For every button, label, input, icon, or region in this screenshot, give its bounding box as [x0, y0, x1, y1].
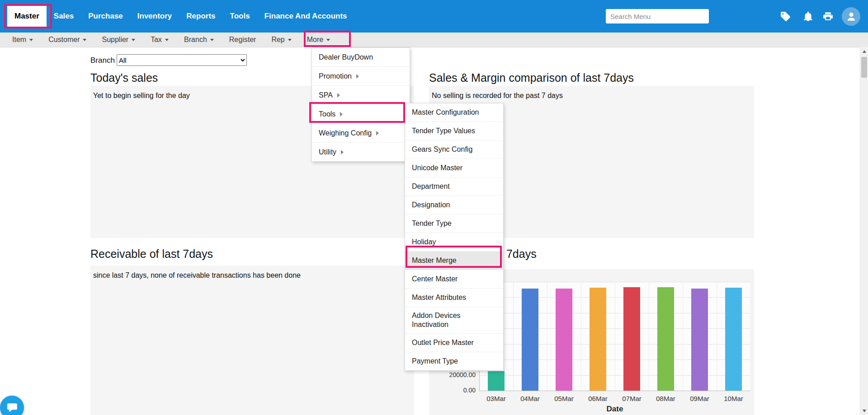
submenu-tender-type-values[interactable]: Tender Type Values — [405, 122, 503, 140]
gridline — [717, 282, 717, 391]
submenu-holiday[interactable]: Holiday — [405, 233, 503, 252]
bar-07Mar — [623, 287, 640, 391]
gridline — [513, 282, 514, 391]
y-axis-tick-label: 0.00 — [435, 387, 476, 394]
nav-finance-and-accounts[interactable]: Finance And Accounts — [257, 6, 354, 27]
more-menu-dealer-buydown[interactable]: Dealer BuyDown — [312, 48, 410, 67]
chevron-right-icon — [341, 150, 346, 154]
gridline — [547, 282, 547, 391]
y-axis-tick-label: 20000.00 — [435, 371, 476, 378]
chevron-down-icon — [83, 39, 86, 43]
x-axis-tick-label: 03Mar — [479, 395, 513, 402]
scrollbar-thumb[interactable] — [861, 57, 867, 78]
submenu-designation[interactable]: Designation — [405, 196, 503, 214]
chat-bubble-icon — [6, 402, 18, 414]
user-avatar[interactable] — [842, 7, 860, 26]
submenu-master-attributes[interactable]: Master Attributes — [405, 289, 503, 307]
sales-margin-title: Sales & Margin comparison of last 7days — [429, 71, 634, 84]
x-axis-tick-label: 05Mar — [547, 395, 581, 402]
submenu-department[interactable]: Department — [405, 177, 503, 196]
branch-select[interactable]: All — [117, 54, 247, 66]
nav-reports[interactable]: Reports — [179, 6, 222, 27]
submenu-gears-sync-config[interactable]: Gears Sync Config — [405, 140, 503, 159]
submenu-addon-devices-inactivation[interactable]: Addon Devices Inactivation — [405, 307, 503, 334]
x-axis-tick-label: 08Mar — [649, 395, 683, 402]
gridline — [615, 282, 615, 391]
main-nav: Master Sales Purchase Inventory Reports … — [0, 0, 868, 33]
bar-05Mar — [556, 289, 572, 391]
more-menu-weighing-config[interactable]: Weighing Config — [312, 124, 410, 143]
chevron-down-icon — [29, 39, 33, 43]
module-menu-bar: Item Customer Supplier Tax Branch Regist… — [0, 33, 868, 47]
tools-submenu: Master Configuration Tender Type Values … — [405, 103, 504, 371]
submenu-master-merge[interactable]: Master Merge — [405, 252, 503, 270]
bar-10Mar — [725, 288, 742, 391]
bar-08Mar — [657, 287, 674, 391]
person-icon — [845, 11, 857, 23]
sales-margin-message: No selling is recorded for the past 7 da… — [429, 86, 754, 100]
menu-branch[interactable]: Branch — [176, 33, 222, 47]
tag-icon[interactable] — [779, 10, 792, 23]
nav-inventory[interactable]: Inventory — [130, 6, 179, 27]
gridline — [683, 282, 683, 391]
chevron-down-icon — [132, 39, 135, 43]
nav-sales[interactable]: Sales — [47, 6, 81, 27]
menu-supplier[interactable]: Supplier — [94, 33, 143, 47]
search-input[interactable] — [606, 9, 709, 23]
chevron-right-icon — [376, 131, 381, 135]
print-icon[interactable] — [822, 10, 834, 23]
menu-register[interactable]: Register — [222, 33, 264, 47]
chevron-down-icon — [326, 39, 330, 43]
nav-purchase[interactable]: Purchase — [81, 6, 130, 27]
more-menu-promotion[interactable]: Promotion — [312, 67, 410, 86]
nav-tools[interactable]: Tools — [223, 6, 257, 27]
gridline — [581, 282, 581, 391]
chat-widget-button[interactable] — [0, 396, 24, 415]
menu-tax[interactable]: Tax — [143, 33, 176, 47]
menu-customer[interactable]: Customer — [41, 33, 94, 47]
gridline — [649, 282, 649, 391]
menu-more[interactable]: More — [299, 33, 338, 47]
submenu-outlet-price-master[interactable]: Outlet Price Master — [405, 334, 503, 352]
x-axis-tick-label: 07Mar — [615, 395, 649, 402]
more-menu-spa[interactable]: SPA — [312, 86, 410, 105]
receivable-title: Receivable of last 7days — [90, 247, 213, 261]
chart-x-axis-label: Date — [479, 405, 750, 414]
chevron-right-icon — [340, 112, 345, 117]
bar-03Mar — [488, 371, 505, 391]
chevron-down-icon — [165, 39, 169, 43]
chevron-down-icon — [288, 39, 292, 43]
submenu-payment-type[interactable]: Payment Type — [405, 352, 503, 370]
more-menu-tools[interactable]: Tools — [312, 105, 410, 124]
gridline — [750, 282, 751, 391]
x-axis-tick-label: 10Mar — [717, 395, 750, 402]
chevron-down-icon — [210, 39, 214, 43]
nav-master[interactable]: Master — [7, 6, 47, 27]
x-axis-tick-label: 04Mar — [513, 395, 547, 402]
top-navigation-bar: Master Sales Purchase Inventory Reports … — [0, 0, 868, 33]
submenu-tender-type[interactable]: Tender Type — [405, 214, 503, 233]
more-menu-utility[interactable]: Utility — [312, 143, 410, 161]
notification-bell-icon[interactable] — [802, 10, 814, 23]
menu-item[interactable]: Item — [5, 33, 41, 47]
today-sales-title: Today's sales — [90, 71, 158, 84]
menu-rep[interactable]: Rep — [264, 33, 299, 47]
bar-09Mar — [691, 289, 708, 391]
more-dropdown-menu: Dealer BuyDown Promotion SPA Tools Weigh… — [311, 47, 410, 162]
chevron-right-icon — [337, 93, 342, 98]
submenu-master-configuration[interactable]: Master Configuration — [405, 103, 503, 122]
x-axis-tick-label: 06Mar — [581, 395, 615, 402]
vertical-scrollbar[interactable] — [860, 47, 868, 415]
gridline — [479, 391, 750, 391]
scroll-down-arrow[interactable] — [860, 407, 868, 415]
chevron-right-icon — [356, 74, 361, 79]
branch-filter-label: Branch — [90, 56, 115, 65]
submenu-unicode-master[interactable]: Unicode Master — [405, 159, 503, 177]
submenu-center-master[interactable]: Center Master — [405, 270, 503, 289]
receivable-message: since last 7 days, none of receivable tr… — [90, 266, 414, 280]
scroll-up-arrow[interactable] — [860, 47, 868, 55]
bar-04Mar — [522, 289, 538, 391]
x-axis-tick-label: 09Mar — [683, 395, 717, 402]
receivable-panel: since last 7 days, none of receivable tr… — [90, 266, 414, 415]
bar-06Mar — [590, 288, 606, 391]
